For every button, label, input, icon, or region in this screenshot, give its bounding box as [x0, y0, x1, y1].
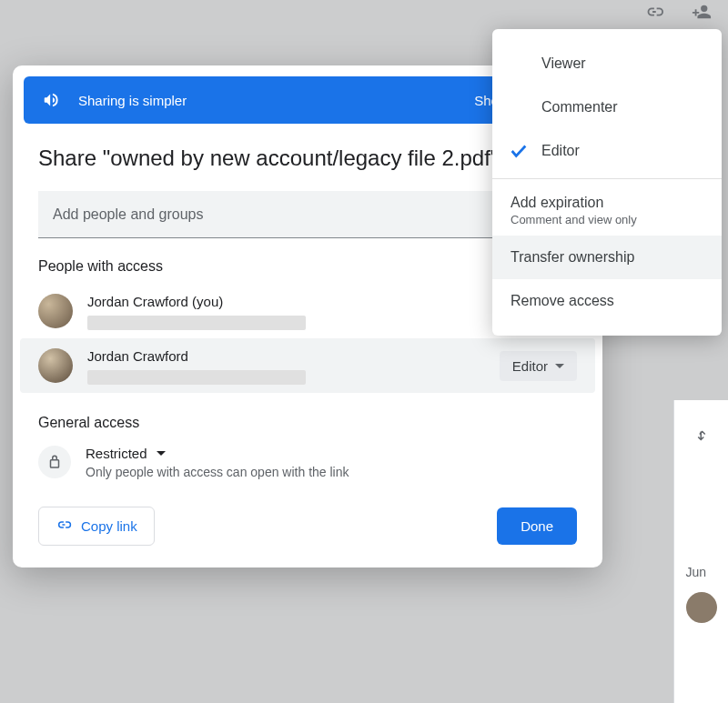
person-email-redacted [87, 316, 306, 330]
swap-vert-icon [693, 427, 710, 447]
menu-item-add-expiration[interactable]: Add expiration Comment and view only [492, 185, 722, 236]
done-button[interactable]: Done [497, 507, 577, 545]
bg-mini-avatar [686, 592, 717, 623]
bg-toolbar [0, 0, 728, 27]
banner-message: Sharing is simpler [78, 93, 187, 108]
menu-item-commenter[interactable]: Commenter [492, 85, 722, 129]
role-dropdown-button[interactable]: Editor [500, 351, 577, 381]
general-access-subtext: Only people with access can open with th… [86, 465, 349, 479]
copy-link-label: Copy link [81, 518, 137, 534]
menu-item-viewer[interactable]: Viewer [492, 42, 722, 85]
check-icon [509, 141, 529, 161]
general-access-section: General access Restricted Only people wi… [13, 415, 602, 479]
megaphone-icon [42, 90, 62, 110]
general-access-mode-button[interactable]: Restricted [86, 446, 349, 461]
general-access-mode: Restricted [86, 446, 147, 461]
general-access-label: General access [13, 415, 602, 431]
role-menu: Viewer Commenter Editor Add expiration C… [492, 29, 722, 336]
bg-date-chip: Jun [686, 565, 717, 579]
menu-item-remove-access[interactable]: Remove access [492, 279, 722, 323]
add-people-placeholder: Add people and groups [53, 206, 203, 223]
lock-icon [38, 446, 71, 478]
person-add-icon [692, 2, 712, 25]
avatar [38, 294, 73, 328]
copy-link-button[interactable]: Copy link [38, 507, 155, 546]
dialog-footer: Copy link Done [13, 507, 602, 546]
link-icon [644, 2, 664, 25]
avatar [38, 348, 73, 383]
person-email-redacted [87, 370, 306, 385]
person-name: Jordan Crawford [87, 347, 485, 366]
link-icon [56, 517, 72, 536]
menu-item-editor[interactable]: Editor [492, 129, 722, 173]
bg-right-column: Jun [673, 400, 728, 703]
menu-divider [492, 178, 722, 179]
chevron-down-icon [157, 451, 166, 456]
person-row-editor[interactable]: Jordan Crawford Editor [20, 338, 595, 393]
menu-item-transfer-ownership[interactable]: Transfer ownership [492, 236, 722, 279]
role-label: Editor [512, 358, 548, 374]
chevron-down-icon [555, 364, 564, 368]
